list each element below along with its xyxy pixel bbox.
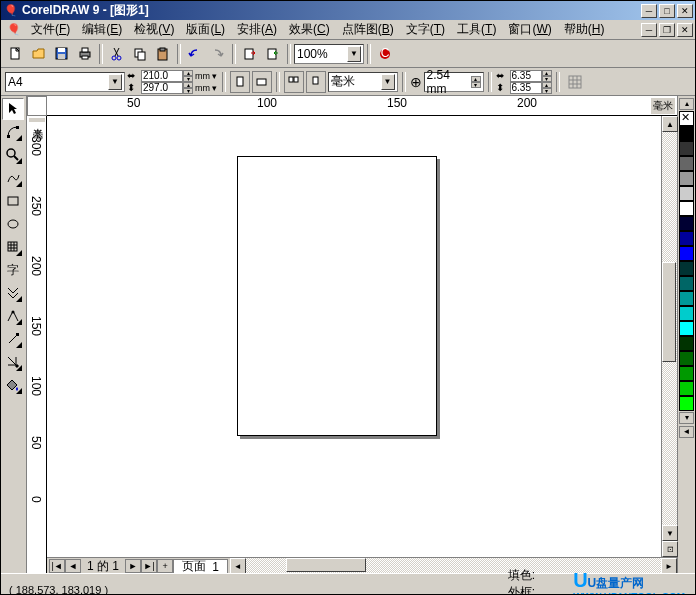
no-color-swatch[interactable] <box>679 111 694 126</box>
color-swatch[interactable] <box>679 231 694 246</box>
doc-minimize-button[interactable]: ─ <box>641 23 657 37</box>
color-swatch[interactable] <box>679 186 694 201</box>
menu-w[interactable]: 窗口(W) <box>502 19 557 40</box>
color-swatch[interactable] <box>679 366 694 381</box>
menu-c[interactable]: 效果(C) <box>283 19 336 40</box>
text-tool[interactable]: 字 <box>2 259 24 281</box>
maximize-button[interactable]: □ <box>659 4 675 18</box>
svg-point-8 <box>117 56 121 60</box>
cut-button[interactable] <box>106 43 128 65</box>
page-canvas[interactable] <box>237 156 437 436</box>
undo-button[interactable] <box>184 43 206 65</box>
pick-tool[interactable] <box>2 98 24 120</box>
freehand-tool[interactable] <box>2 167 24 189</box>
svg-rect-5 <box>82 48 88 52</box>
color-swatch[interactable] <box>679 141 694 156</box>
color-swatch[interactable] <box>679 126 694 141</box>
snap-button[interactable] <box>564 71 586 93</box>
palette-flyout-button[interactable]: ◄ <box>679 426 694 438</box>
nudge-input[interactable]: 2.54 mm ▴▾ <box>424 72 484 92</box>
close-button[interactable]: ✕ <box>677 4 693 18</box>
export-button[interactable] <box>262 43 284 65</box>
color-swatch[interactable] <box>679 381 694 396</box>
palette-up-button[interactable]: ▴ <box>679 98 694 110</box>
zoom-tool[interactable] <box>2 144 24 166</box>
paper-height-input[interactable] <box>141 82 183 94</box>
scroll-down-button[interactable]: ▼ <box>662 525 678 541</box>
color-swatch[interactable] <box>679 261 694 276</box>
rectangle-tool[interactable] <box>2 190 24 212</box>
vertical-scrollbar[interactable]: ▲ ▼ ⊡ <box>661 116 677 557</box>
doc-close-button[interactable]: ✕ <box>677 23 693 37</box>
vertical-ruler[interactable]: 300250200150100500 毫米 <box>27 116 47 573</box>
paper-size-combo[interactable]: A4 ▼ <box>5 72 125 92</box>
menu-l[interactable]: 版面(L) <box>180 19 231 40</box>
watermark: UU盘量产网 WWW.UPANTOOL.COM <box>573 569 685 595</box>
last-page-button[interactable]: ►| <box>141 559 157 573</box>
paper-width-input[interactable] <box>141 70 183 82</box>
dup-x-input[interactable] <box>510 70 542 82</box>
all-pages-button[interactable] <box>284 71 304 93</box>
dup-y-input[interactable] <box>510 82 542 94</box>
page-tab[interactable]: 页面 1 <box>173 559 228 574</box>
menu-h[interactable]: 帮助(H) <box>558 19 611 40</box>
scroll-left-button[interactable]: ◄ <box>230 558 246 574</box>
interactive-fill-tool[interactable] <box>2 282 24 304</box>
open-button[interactable] <box>28 43 50 65</box>
paste-button[interactable] <box>152 43 174 65</box>
eyedropper-tool[interactable] <box>2 328 24 350</box>
color-swatch[interactable] <box>679 291 694 306</box>
interactive-transparency-tool[interactable] <box>2 305 24 327</box>
import-button[interactable] <box>239 43 261 65</box>
app-launcher-button[interactable]: C <box>374 43 396 65</box>
menu-f[interactable]: 文件(F) <box>25 19 76 40</box>
color-swatch[interactable] <box>679 321 694 336</box>
copy-button[interactable] <box>129 43 151 65</box>
menu-t[interactable]: 文字(T) <box>400 19 451 40</box>
units-combo[interactable]: 毫米 ▼ <box>328 72 398 92</box>
horizontal-ruler[interactable]: 50100150200 毫米 <box>47 96 677 116</box>
next-page-button[interactable]: ► <box>125 559 141 573</box>
current-page-button[interactable] <box>306 71 326 93</box>
color-swatch[interactable] <box>679 156 694 171</box>
fit-page-button[interactable]: ⊡ <box>662 541 678 557</box>
color-swatch[interactable] <box>679 246 694 261</box>
color-swatch[interactable] <box>679 276 694 291</box>
ruler-origin[interactable] <box>27 96 47 116</box>
color-swatch[interactable] <box>679 396 694 411</box>
shape-tool[interactable] <box>2 121 24 143</box>
menu-t[interactable]: 工具(T) <box>451 19 502 40</box>
dropdown-icon: ▼ <box>108 74 122 90</box>
landscape-button[interactable] <box>252 71 272 93</box>
menu-e[interactable]: 编辑(E) <box>76 19 128 40</box>
zoom-combo[interactable]: 100% ▼ <box>294 44 364 64</box>
portrait-button[interactable] <box>230 71 250 93</box>
minimize-button[interactable]: ─ <box>641 4 657 18</box>
color-swatch[interactable] <box>679 201 694 216</box>
polygon-tool[interactable] <box>2 236 24 258</box>
prev-page-button[interactable]: ◄ <box>65 559 81 573</box>
scroll-up-button[interactable]: ▲ <box>662 116 678 132</box>
palette-down-button[interactable]: ▾ <box>679 412 694 424</box>
outline-tool[interactable] <box>2 351 24 373</box>
color-swatch[interactable] <box>679 336 694 351</box>
add-page-button[interactable]: + <box>157 559 173 573</box>
color-swatch[interactable] <box>679 216 694 231</box>
menu-a[interactable]: 安排(A) <box>231 19 283 40</box>
first-page-button[interactable]: |◄ <box>49 559 65 573</box>
menu-v[interactable]: 检视(V) <box>128 19 180 40</box>
ellipse-tool[interactable] <box>2 213 24 235</box>
color-swatch[interactable] <box>679 351 694 366</box>
redo-button[interactable] <box>207 43 229 65</box>
color-swatch[interactable] <box>679 171 694 186</box>
print-button[interactable] <box>74 43 96 65</box>
fill-tool[interactable] <box>2 374 24 396</box>
new-button[interactable] <box>5 43 27 65</box>
save-button[interactable] <box>51 43 73 65</box>
drawing-viewport[interactable] <box>47 116 661 557</box>
color-swatch[interactable] <box>679 306 694 321</box>
doc-restore-button[interactable]: ❐ <box>659 23 675 37</box>
window-title: CorelDRAW 9 - [图形1] <box>22 2 641 19</box>
svg-point-31 <box>12 311 15 314</box>
menu-b[interactable]: 点阵图(B) <box>336 19 400 40</box>
